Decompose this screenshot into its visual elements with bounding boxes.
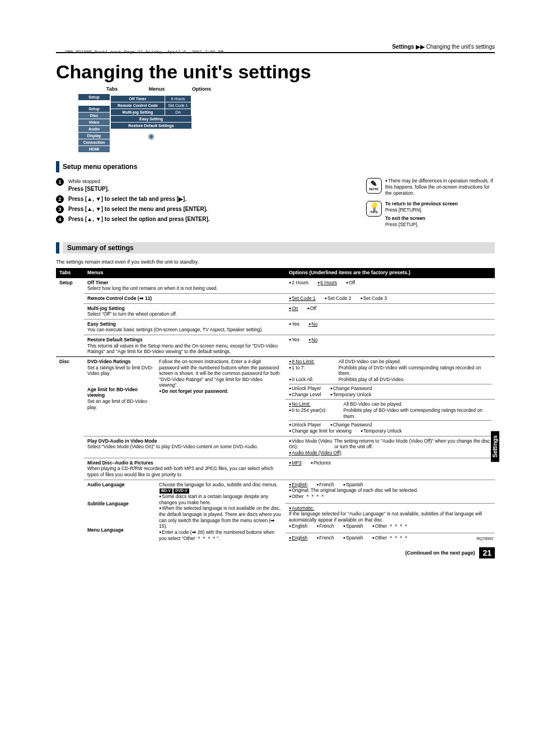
option: French bbox=[316, 482, 334, 488]
option: Spanish bbox=[343, 535, 363, 541]
settings-table: Tabs Menus Options (Underlined items are… bbox=[56, 268, 495, 543]
menu-desc: Select "Video Mode (Video On)" to play D… bbox=[87, 444, 258, 449]
option: 0 Lock All: bbox=[289, 377, 313, 382]
sub-option: Unlock Player bbox=[289, 422, 321, 428]
operations-list: 1 While stopped Press [SETUP]. 2Press [▲… bbox=[56, 178, 366, 232]
menu-restore: Restore Default Settings bbox=[87, 337, 143, 342]
menu-item: Restore Default Settings bbox=[111, 123, 191, 129]
sidebar-item: Setup bbox=[78, 94, 110, 100]
menu-multijog: Multi-jog Setting bbox=[87, 306, 125, 311]
page-number: 21 bbox=[479, 547, 495, 558]
label-menus: Menus bbox=[140, 86, 174, 92]
lang-desc: Enter a code (➡ 28) with the numbered bu… bbox=[159, 529, 275, 541]
option-desc: All DVD-Video can be played. bbox=[339, 359, 401, 364]
step-text: Press [▲, ▼] to select the tab and press… bbox=[68, 196, 186, 202]
option-original: Original: The original language of each … bbox=[289, 487, 418, 493]
step-number-icon: 3 bbox=[56, 205, 64, 213]
sub-option: Change age limit for viewing bbox=[289, 428, 352, 434]
tips-desc-1: Press [RETURN]. bbox=[385, 207, 458, 213]
menu-rcc: Remote Control Code (➡ 11) bbox=[87, 295, 152, 301]
step-text: Press [SETUP]. bbox=[68, 185, 109, 193]
menu-item: Remote Control Code bbox=[111, 102, 165, 109]
note-icon: ✎NOTE bbox=[366, 178, 382, 194]
menu-item: Multi-jog Setting bbox=[111, 109, 165, 115]
tab-setup: Setup bbox=[56, 278, 84, 357]
breadcrumb-section: Settings bbox=[392, 44, 414, 50]
menu-desc: When playing a CD-R/RW recorded with bot… bbox=[87, 466, 273, 477]
menu-desc: This returns all values in the Setup men… bbox=[87, 343, 278, 355]
th-menus: Menus bbox=[84, 268, 285, 278]
option-desc: All BD-Video can be played. bbox=[344, 401, 403, 407]
option-desc: If the language selected for "Audio Lang… bbox=[289, 511, 482, 523]
menu-opt: 6 Hours bbox=[165, 96, 191, 102]
menu-age-limit: Age limit for BD-Video viewing bbox=[87, 387, 138, 398]
label-options: Options bbox=[185, 86, 218, 92]
step-text: Press [▲, ▼] to select the option and pr… bbox=[68, 216, 210, 222]
option: French bbox=[316, 535, 334, 541]
th-tabs: Tabs bbox=[56, 268, 84, 278]
tips-icon: 💡TIPS bbox=[366, 201, 382, 217]
sidebar-item: Disc bbox=[78, 112, 110, 119]
lang-desc: When the selected language is not availa… bbox=[159, 505, 281, 529]
step-number-icon: 2 bbox=[56, 195, 64, 203]
badge-dvdv: DVD-V bbox=[174, 489, 189, 494]
option-preset: MP3 bbox=[289, 460, 302, 466]
continued-text: (Continued on the next page) bbox=[405, 550, 475, 556]
summary-intro: The settings remain intact even if you s… bbox=[56, 259, 495, 265]
sidebar-item: Connection bbox=[78, 139, 110, 145]
option: Off bbox=[346, 280, 355, 286]
tips-block: 💡TIPS To return to the previous screen P… bbox=[366, 201, 495, 228]
option-preset: No bbox=[308, 321, 317, 327]
option-preset: Automatic: bbox=[289, 505, 314, 511]
menu-item: Off Timer bbox=[111, 96, 165, 102]
option: Yes bbox=[289, 337, 299, 343]
option-preset: No bbox=[308, 337, 317, 343]
option: French bbox=[316, 523, 334, 529]
step-pretext: While stopped bbox=[68, 178, 109, 185]
menu-dvd-ratings: DVD-Video Ratings bbox=[87, 359, 130, 364]
note-block: ✎NOTE There may be differences in operat… bbox=[366, 178, 495, 196]
option: Pictures bbox=[311, 460, 331, 466]
label-tabs: Tabs bbox=[95, 86, 129, 92]
shared-bold: Do not forget your password. bbox=[159, 388, 228, 394]
menu-menu-lang: Menu Language bbox=[87, 527, 124, 533]
option-preset: English bbox=[289, 482, 307, 488]
section-summary: Summary of settings bbox=[56, 242, 495, 253]
menu-easy: Easy Setting bbox=[87, 321, 116, 327]
option-preset: Audio Mode (Video Off) bbox=[289, 450, 341, 456]
sidebar-item: Video bbox=[78, 119, 110, 125]
option-desc: Prohibits play of DVD-Video with corresp… bbox=[339, 365, 481, 377]
sidebar-item: HDMI bbox=[78, 146, 110, 152]
sub-option: Temporary Unlock bbox=[360, 428, 402, 434]
sub-option: Change Password bbox=[330, 386, 372, 392]
option: Set Code 3 bbox=[360, 295, 387, 302]
option: Spanish bbox=[343, 523, 363, 529]
tips-desc-2: Press [SETUP]. bbox=[385, 222, 458, 228]
menu-subtitle-lang: Subtitle Language bbox=[87, 501, 129, 506]
option: Other ＊＊＊＊ bbox=[372, 523, 409, 529]
shared-instructions: Follow the on-screen instructions. Enter… bbox=[159, 359, 279, 388]
mock-ui: Setup Setup Disc Video Audio Display Con… bbox=[78, 94, 495, 152]
sidebar-item: Audio bbox=[78, 126, 110, 132]
step-number-icon: 1 bbox=[56, 178, 64, 186]
mock-ui-labels: Tabs Menus Options bbox=[95, 86, 495, 92]
tips-title-1: To return to the previous screen bbox=[385, 201, 458, 207]
option: Spanish bbox=[343, 482, 363, 488]
menu-desc: Set an age limit of BD-Video play. bbox=[87, 398, 147, 410]
option: Other ＊＊＊＊ bbox=[372, 535, 409, 541]
source-file-header: DMP-BD10PP_Book1.book Page 21 Friday, Ap… bbox=[65, 49, 223, 54]
option-other: Other ＊＊＊＊ bbox=[289, 494, 325, 499]
option-preset: On bbox=[289, 306, 298, 312]
menu-desc: Select how long the unit remains on when… bbox=[87, 285, 218, 291]
step-text: Press [▲, ▼] to select the menu and pres… bbox=[68, 206, 208, 212]
section-title: Setup menu operations bbox=[63, 161, 219, 172]
menu-off-timer: Off Timer bbox=[87, 280, 109, 285]
option-preset: English bbox=[289, 535, 307, 541]
menu-opt: On bbox=[165, 109, 191, 115]
sidebar-item: Display bbox=[78, 133, 110, 139]
note-text: There may be differences in operation me… bbox=[385, 178, 493, 196]
mock-sidebar: Setup Setup Disc Video Audio Display Con… bbox=[78, 94, 110, 152]
side-tab-settings: Settings bbox=[491, 431, 499, 462]
badge-bdv: BD-V bbox=[160, 489, 172, 494]
option: 0 to 254 year(s): bbox=[289, 407, 326, 413]
